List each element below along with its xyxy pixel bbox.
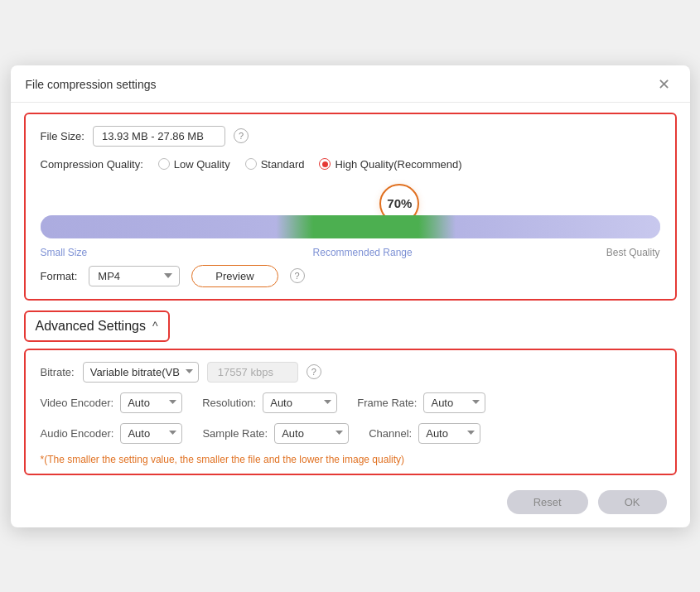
close-button[interactable]: ✕ (653, 75, 675, 94)
video-encoder-select[interactable]: Auto (120, 392, 182, 413)
slider-track[interactable] (41, 215, 660, 238)
resolution-select[interactable]: Auto (263, 392, 337, 413)
resolution-field: Resolution: Auto (202, 392, 337, 413)
bitrate-label: Bitrate: (41, 366, 75, 378)
slider-recommended-label: Recommended Range (313, 247, 413, 258)
dialog-footer: Reset OK (11, 485, 690, 527)
slider-best-quality-label: Best Quality (606, 247, 660, 258)
frame-rate-label: Frame Rate: (357, 397, 417, 409)
channel-select[interactable]: Auto (418, 423, 480, 444)
quality-high-radio[interactable] (319, 158, 331, 170)
format-select[interactable]: MP4 AVI MOV MKV (89, 266, 180, 286)
slider-labels: Small Size Recommended Range Best Qualit… (41, 247, 660, 258)
bitrate-select[interactable]: Variable bitrate(VBR) Constant bitrate(C… (83, 362, 199, 383)
video-settings-row: Video Encoder: Auto Resolution: Auto Fra… (41, 392, 660, 413)
video-encoder-label: Video Encoder: (41, 397, 114, 409)
video-encoder-field: Video Encoder: Auto (41, 392, 183, 413)
sample-rate-label: Sample Rate: (202, 427, 268, 440)
channel-field: Channel: Auto (369, 423, 480, 444)
format-label: Format: (41, 270, 78, 282)
bitrate-kbps-input[interactable] (207, 362, 298, 383)
bitrate-row: Bitrate: Variable bitrate(VBR) Constant … (41, 362, 660, 383)
file-size-help-icon[interactable]: ? (234, 128, 249, 143)
sample-rate-field: Sample Rate: Auto (202, 423, 349, 444)
frame-rate-field: Frame Rate: Auto (357, 392, 485, 413)
ok-button[interactable]: OK (598, 490, 667, 514)
reset-button[interactable]: Reset (507, 490, 588, 514)
quality-low-option[interactable]: Low Quality (158, 158, 230, 171)
quality-high-option[interactable]: High Quality(Recommend) (319, 158, 461, 171)
advanced-settings-toggle[interactable]: Advanced Settings ^ (24, 310, 170, 342)
audio-encoder-label: Audio Encoder: (41, 427, 114, 440)
quality-low-label: Low Quality (174, 158, 230, 171)
preview-button[interactable]: Preview (191, 265, 278, 287)
quality-row: Compression Quality: Low Quality Standar… (41, 158, 660, 171)
advanced-settings-section: Bitrate: Variable bitrate(VBR) Constant … (24, 349, 677, 475)
audio-encoder-select[interactable]: Auto (120, 423, 182, 444)
dialog-titlebar: File compression settings ✕ (11, 65, 690, 103)
bitrate-help-icon[interactable]: ? (307, 364, 321, 379)
file-size-label: File Size: (41, 130, 84, 142)
quality-standard-radio[interactable] (245, 158, 257, 170)
format-help-icon[interactable]: ? (290, 268, 305, 283)
compression-section: File Size: ? Compression Quality: Low Qu… (24, 113, 677, 301)
quality-standard-label: Standard (261, 158, 305, 171)
frame-rate-select[interactable]: Auto (423, 392, 485, 413)
sample-rate-select[interactable]: Auto (274, 423, 349, 444)
quality-high-label: High Quality(Recommend) (335, 158, 461, 171)
channel-label: Channel: (369, 427, 412, 440)
dialog-title: File compression settings (26, 78, 157, 91)
slider-small-size-label: Small Size (41, 247, 88, 258)
resolution-label: Resolution: (202, 397, 256, 409)
note-text: *(The smaller the setting value, the sma… (41, 454, 660, 465)
quality-standard-option[interactable]: Standard (245, 158, 305, 171)
audio-settings-row: Audio Encoder: Auto Sample Rate: Auto Ch… (41, 423, 660, 444)
quality-label: Compression Quality: (41, 158, 143, 171)
quality-slider[interactable]: 70% Small Size Recommended Range Best Qu… (41, 184, 660, 258)
quality-low-radio[interactable] (158, 158, 170, 170)
file-size-row: File Size: ? (41, 126, 660, 147)
audio-encoder-field: Audio Encoder: Auto (41, 423, 183, 444)
advanced-settings-label: Advanced Settings (36, 319, 146, 334)
file-size-input[interactable] (93, 126, 225, 147)
slider-track-inner (41, 215, 660, 238)
format-row: Format: MP4 AVI MOV MKV Preview ? (41, 265, 660, 287)
chevron-up-icon: ^ (152, 320, 158, 333)
file-compression-dialog: File compression settings ✕ File Size: ?… (11, 65, 690, 527)
